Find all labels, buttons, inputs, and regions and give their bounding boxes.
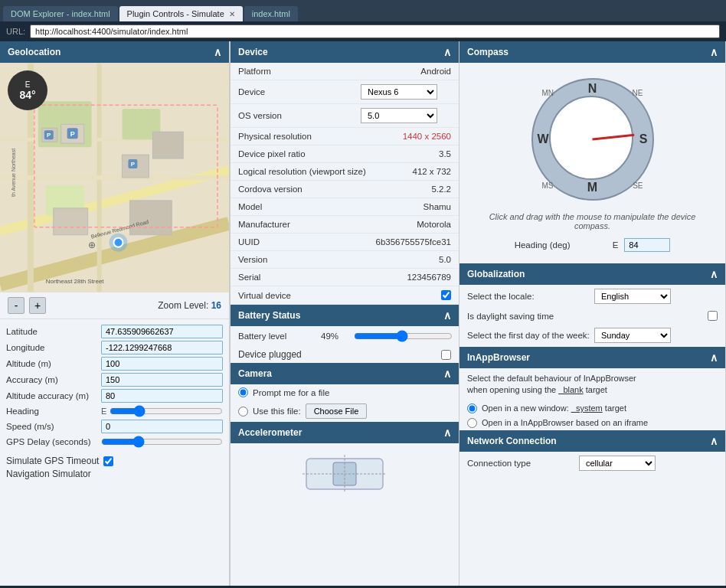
speed-label: Speed (m/s) bbox=[6, 422, 98, 431]
accelerometer-collapse[interactable]: ∧ bbox=[443, 426, 451, 439]
network-collapse[interactable]: ∧ bbox=[710, 435, 718, 447]
svg-rect-13 bbox=[152, 132, 183, 158]
platform-label: Platform bbox=[238, 67, 361, 76]
latitude-input[interactable] bbox=[101, 325, 223, 338]
globalization-header: Globalization ∧ bbox=[459, 263, 725, 285]
virtual-device-label: Virtual device bbox=[238, 291, 361, 300]
locale-select[interactable]: English Spanish French German bbox=[594, 289, 671, 304]
battery-collapse[interactable]: ∧ bbox=[443, 309, 451, 322]
pixel-ratio-row: Device pixel ratio 3.5 bbox=[231, 145, 459, 163]
compass-n-label: N bbox=[588, 82, 597, 96]
heading-slider[interactable] bbox=[110, 405, 223, 417]
logical-res-label: Logical resolution (viewport size) bbox=[238, 167, 366, 176]
battery-slider[interactable] bbox=[354, 330, 453, 342]
firstday-select[interactable]: Sunday Monday Tuesday bbox=[594, 328, 671, 343]
camera-collapse[interactable]: ∧ bbox=[443, 368, 451, 380]
firstday-row: Select the first day of the week: Sunday… bbox=[459, 324, 725, 347]
map-container[interactable]: P P P th Avenue Northeast Northeast 28th… bbox=[0, 63, 229, 292]
camera-title: Camera bbox=[238, 368, 272, 379]
platform-value: Android bbox=[361, 67, 451, 76]
os-version-select[interactable]: 5.0 bbox=[361, 108, 437, 123]
version-label: Version bbox=[238, 255, 361, 264]
accelerometer-widget[interactable] bbox=[299, 451, 391, 497]
compass-wheel[interactable]: N M S W NE SE MS MN bbox=[531, 78, 654, 201]
globalization-collapse[interactable]: ∧ bbox=[710, 268, 718, 280]
tab-plugin-controls[interactable]: Plugin Controls - Simulate ✕ bbox=[119, 6, 243, 21]
manufacturer-row: Manufacturer Motorola bbox=[231, 216, 459, 234]
logical-res-value: 412 x 732 bbox=[366, 167, 451, 176]
tab-dom-explorer[interactable]: DOM Explorer - index.html bbox=[3, 6, 118, 21]
device-plugged-checkbox[interactable] bbox=[441, 350, 451, 360]
heading-deg-input[interactable] bbox=[624, 238, 670, 252]
uuid-row: UUID 6b356755575fce31 bbox=[231, 234, 459, 251]
zoom-out-button[interactable]: - bbox=[8, 297, 25, 314]
model-label: Model bbox=[238, 202, 361, 211]
iab-option2-row: Open in a InAppBrowser based on an ifram… bbox=[459, 416, 725, 430]
close-icon[interactable]: ✕ bbox=[229, 10, 235, 18]
longitude-input[interactable] bbox=[101, 341, 223, 354]
heading-row: Heading E bbox=[6, 405, 223, 417]
alt-accuracy-row: Altitude accuracy (m) bbox=[6, 389, 223, 403]
device-collapse[interactable]: ∧ bbox=[443, 46, 451, 58]
speed-input[interactable] bbox=[101, 420, 223, 433]
iab-option1-radio[interactable] bbox=[467, 403, 477, 413]
manufacturer-label: Manufacturer bbox=[238, 220, 361, 229]
device-plugged-label: Device plugged bbox=[238, 349, 302, 360]
geolocation-title: Geolocation bbox=[8, 47, 60, 57]
virtual-device-checkbox[interactable] bbox=[441, 290, 451, 300]
simulate-timeout-checkbox[interactable] bbox=[103, 456, 113, 466]
camera-option2-radio[interactable] bbox=[238, 407, 248, 416]
physical-res-row: Physical resolution 1440 x 2560 bbox=[231, 128, 459, 145]
alt-accuracy-label: Altitude accuracy (m) bbox=[6, 391, 98, 400]
daylight-checkbox[interactable] bbox=[708, 311, 718, 321]
gps-delay-label: GPS Delay (seconds) bbox=[6, 437, 98, 446]
geolocation-panel: Geolocation ∧ bbox=[0, 41, 230, 586]
compass-sw-label: MS bbox=[542, 181, 554, 190]
geolocation-collapse[interactable]: ∧ bbox=[214, 46, 221, 58]
os-version-label: OS version bbox=[238, 111, 361, 120]
cordova-value: 5.2.2 bbox=[361, 185, 451, 194]
url-label: URL: bbox=[6, 27, 25, 36]
latitude-label: Latitude bbox=[6, 327, 98, 336]
connection-type-select[interactable]: cellular wifi ethernet none bbox=[579, 456, 656, 471]
daylight-row: Is daylight saving time bbox=[459, 308, 725, 324]
battery-header: Battery Status ∧ bbox=[231, 305, 459, 326]
altitude-input[interactable] bbox=[101, 357, 223, 371]
iab-title: InAppBrowser bbox=[467, 352, 530, 363]
gps-delay-slider[interactable] bbox=[101, 436, 223, 448]
url-input[interactable] bbox=[30, 24, 720, 38]
longitude-label: Longitude bbox=[6, 343, 98, 352]
camera-option1-row: Prompt me for a file bbox=[231, 384, 459, 400]
iab-option2-label: Open in a InAppBrowser based on an ifram… bbox=[482, 418, 648, 427]
compass-collapse[interactable]: ∧ bbox=[710, 46, 718, 58]
device-select[interactable]: Nexus 6 bbox=[361, 84, 437, 100]
connection-type-label: Connection type bbox=[467, 459, 574, 468]
connection-type-row: Connection type cellular wifi ethernet n… bbox=[459, 452, 725, 475]
choose-file-button[interactable]: Choose File bbox=[306, 403, 368, 419]
accuracy-input[interactable] bbox=[101, 373, 223, 387]
svg-text:P: P bbox=[131, 161, 136, 168]
compass-dir: E bbox=[25, 80, 31, 89]
camera-option2-label: Use this file: bbox=[253, 407, 301, 416]
heading-deg-label: Heading (deg) bbox=[515, 240, 607, 250]
version-value: 5.0 bbox=[361, 255, 451, 264]
compass-se-label: SE bbox=[633, 181, 643, 190]
serial-row: Serial 123456789 bbox=[231, 269, 459, 286]
tab-index[interactable]: index.html bbox=[244, 6, 298, 21]
iab-collapse[interactable]: ∧ bbox=[710, 351, 718, 364]
zoom-in-button[interactable]: + bbox=[29, 297, 46, 314]
compass-e-label: S bbox=[639, 132, 648, 146]
camera-option1-radio[interactable] bbox=[238, 387, 248, 397]
zoom-label: Zoom Level: 16 bbox=[158, 300, 221, 311]
compass-deg: 84° bbox=[19, 89, 35, 101]
locale-label: Select the locale: bbox=[467, 292, 590, 301]
model-row: Model Shamu bbox=[231, 198, 459, 216]
pixel-ratio-label: Device pixel ratio bbox=[238, 149, 361, 158]
nav-sim-row: Navigation Simulator bbox=[0, 469, 229, 479]
iab-option2-radio[interactable] bbox=[467, 418, 477, 428]
iab-header: InAppBrowser ∧ bbox=[459, 347, 725, 368]
nav-sim-label: Navigation Simulator bbox=[6, 469, 91, 479]
device-name-row: Device Nexus 6 bbox=[231, 80, 459, 104]
altitude-row: Altitude (m) bbox=[6, 357, 223, 371]
alt-accuracy-input[interactable] bbox=[101, 389, 223, 403]
